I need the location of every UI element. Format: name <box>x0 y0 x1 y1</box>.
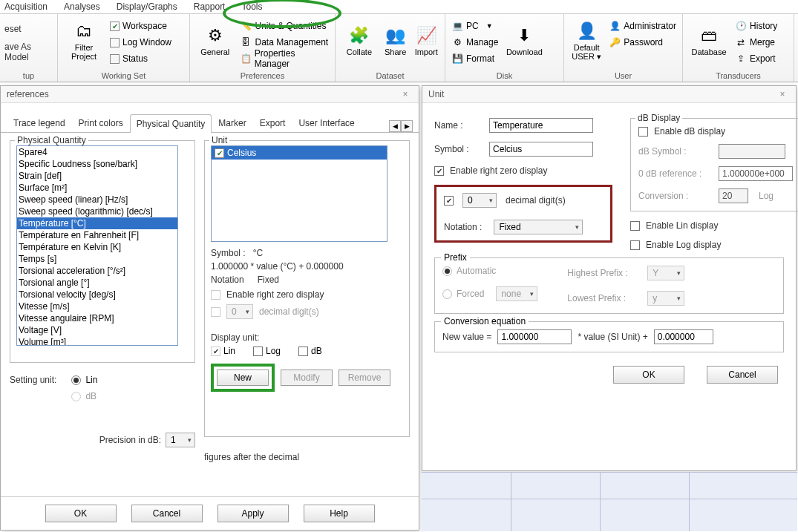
cancel-button[interactable]: Cancel <box>131 505 203 522</box>
menu-acquisition[interactable]: Acquisition <box>4 1 48 12</box>
list-item[interactable]: Temps [s] <box>17 253 177 265</box>
enable-db-checkbox[interactable]: Enable dB display <box>638 126 793 137</box>
share-button[interactable]: 👥Share <box>382 16 410 65</box>
data-management-button[interactable]: 🗄Data Management <box>238 35 330 50</box>
new-button[interactable]: New <box>217 370 269 386</box>
tab-trace-legend[interactable]: Trace legend <box>7 114 72 132</box>
ok-button[interactable]: OK <box>45 505 117 522</box>
decimal-checkbox[interactable] <box>444 196 454 206</box>
workspace-toggle[interactable]: Workspace <box>108 19 173 33</box>
database-icon: 🗄 <box>240 36 252 48</box>
offset-input[interactable] <box>654 329 713 344</box>
physical-quantity-list[interactable]: Spare4Specific Loudness [sone/bark]Strai… <box>16 145 178 346</box>
default-user-button[interactable]: 👤Default USER ▾ <box>569 16 604 65</box>
tab-physical-quantity[interactable]: Physical Quantity <box>130 114 212 133</box>
format-button[interactable]: 💾Format <box>450 51 500 66</box>
log-window-toggle[interactable]: Log Window <box>108 35 173 50</box>
tab-user-interface[interactable]: User Interface <box>292 114 361 132</box>
prefix-forced-radio[interactable]: Forcednone <box>442 286 537 301</box>
status-toggle[interactable]: Status <box>108 51 173 66</box>
list-item[interactable]: Torsional velocity [deg/s] <box>17 289 177 301</box>
close-icon[interactable]: × <box>398 89 413 99</box>
ribbon: eset ave As Model tup 🗂 Filter Project W… <box>0 14 798 82</box>
enable-log-checkbox[interactable]: Enable Log display <box>630 240 798 250</box>
database-button[interactable]: 🗃Database <box>687 16 730 65</box>
list-item[interactable]: Température en Fahrenheit [F] <box>17 229 177 241</box>
setting-lin-radio[interactable]: Lin <box>71 375 97 385</box>
help-button[interactable]: Help <box>304 505 375 522</box>
tab-marker[interactable]: Marker <box>212 114 252 132</box>
list-item[interactable]: Spare4 <box>17 146 177 158</box>
properties-manager-button[interactable]: 📋Properties Manager <box>238 51 330 66</box>
ref-input <box>719 166 793 181</box>
list-item[interactable]: Vitesse [m/s] <box>17 301 177 312</box>
general-prefs-button[interactable]: ⚙ General <box>194 16 235 65</box>
apply-button[interactable]: Apply <box>218 505 289 522</box>
setting-db-radio[interactable]: dB <box>71 391 97 401</box>
enable-lin-checkbox[interactable]: Enable Lin display <box>630 220 798 231</box>
administrator-button[interactable]: 👤Administrator <box>607 19 678 33</box>
list-item[interactable]: Strain [def] <box>17 170 177 182</box>
group-disk-label: Disk <box>450 70 559 82</box>
multiplier-input[interactable] <box>497 329 572 344</box>
unit-cancel-button[interactable]: Cancel <box>707 366 778 384</box>
unit-list[interactable]: Celsius <box>211 145 387 242</box>
decimal-select[interactable]: 0 <box>462 193 497 208</box>
symbol-input[interactable] <box>489 142 593 157</box>
list-item[interactable]: Torsional angle [°] <box>17 277 177 289</box>
menu-tools[interactable]: Tools <box>241 1 262 12</box>
menu-display[interactable]: Display/Graphs <box>117 1 177 12</box>
manage-button[interactable]: ⚙Manage <box>450 35 500 50</box>
list-item[interactable]: Température en Kelvin [K] <box>17 241 177 253</box>
list-item[interactable]: Surface [m²] <box>17 182 177 194</box>
enable-zero-checkbox[interactable]: Enable right zero display <box>434 165 612 176</box>
star-label: * value (SI Unit) + <box>578 332 647 342</box>
precision-select[interactable]: 1 <box>166 433 195 447</box>
unit-ok-button[interactable]: OK <box>613 366 684 384</box>
export-button[interactable]: ⇪Export <box>733 51 779 66</box>
tab-export[interactable]: Export <box>253 114 292 132</box>
list-item[interactable]: Sweep speed (logarithmic) [dec/s] <box>17 206 177 217</box>
prefix-auto-radio[interactable]: Automatic <box>442 266 537 276</box>
list-item[interactable]: Sweep speed (linear) [Hz/s] <box>17 194 177 206</box>
notation-select[interactable]: Fixed <box>494 220 583 234</box>
list-item[interactable]: Volume [m³] <box>17 336 177 346</box>
list-item[interactable]: Voltage [V] <box>17 324 177 336</box>
preferences-title: references <box>7 89 49 99</box>
menu-rapport[interactable]: Rapport <box>194 1 226 12</box>
save-as-model-button[interactable]: ave As Model <box>4 42 53 62</box>
tab-scroll-left[interactable]: ◀ <box>389 120 401 132</box>
highest-prefix-select: Y <box>647 266 684 280</box>
tab-scroll-right[interactable]: ▶ <box>401 120 413 132</box>
history-button[interactable]: 🕑History <box>733 19 779 33</box>
pc-dropdown[interactable]: 💻PC▼ <box>450 19 500 33</box>
menu-analyses[interactable]: Analyses <box>64 1 100 12</box>
password-button[interactable]: 🔑Password <box>607 35 678 50</box>
list-item[interactable]: Specific Loudness [sone/bark] <box>17 158 177 170</box>
units-quantities-button[interactable]: 📏Units & Quantities <box>238 19 330 33</box>
tab-print-colors[interactable]: Print colors <box>72 114 130 132</box>
du-db-checkbox[interactable]: dB <box>298 346 322 356</box>
filter-project-button[interactable]: 🗂 Filter Project <box>62 16 105 65</box>
download-icon: ⬇ <box>512 24 536 47</box>
export-icon: ⇪ <box>735 53 747 65</box>
collate-button[interactable]: 🧩Collate <box>340 16 379 65</box>
enable-zero-row[interactable]: Enable right zero display <box>211 289 403 300</box>
display-unit-label: Display unit: <box>211 332 403 343</box>
du-log-checkbox[interactable]: Log <box>253 346 281 356</box>
merge-button[interactable]: ⇄Merge <box>733 35 779 50</box>
import-button[interactable]: 📈Import <box>412 16 440 65</box>
name-input[interactable] <box>489 118 593 133</box>
list-item[interactable]: Torsional acceleration [°/s²] <box>17 265 177 277</box>
reset-button[interactable]: eset <box>4 24 22 34</box>
list-item[interactable]: Température [°C] <box>17 217 177 229</box>
ref-label: 0 dB reference : <box>638 168 713 179</box>
close-icon[interactable]: × <box>775 89 790 99</box>
group-workingset-label: Working Set <box>62 70 185 82</box>
checkbox-icon <box>110 54 120 64</box>
download-button[interactable]: ⬇Download <box>503 16 546 65</box>
unit-title: Unit <box>428 89 444 99</box>
list-item[interactable]: Vitesse angulaire [RPM] <box>17 312 177 324</box>
du-lin-checkbox[interactable]: Lin <box>211 346 235 356</box>
import-icon: 📈 <box>414 24 438 47</box>
